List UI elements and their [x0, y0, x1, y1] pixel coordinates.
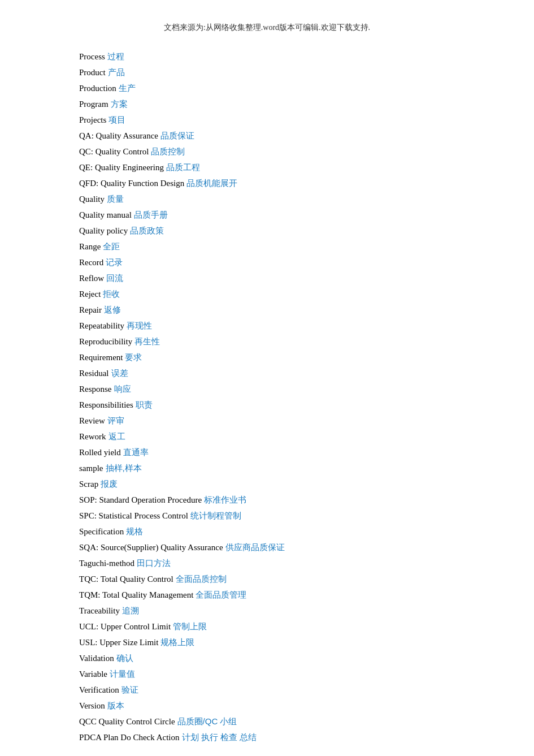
list-item: Reflow回流: [79, 271, 500, 285]
chinese-translation: 职责: [136, 400, 153, 409]
english-term: SPC: Statistical Process Control: [79, 511, 188, 520]
chinese-translation: 品质工程: [166, 162, 200, 172]
list-item: Repair返修: [79, 303, 500, 317]
chinese-translation: 再生性: [134, 336, 160, 346]
english-term: SQA: Source(Supplier) Quality Assurance: [79, 543, 223, 552]
english-term: Taguchi-method: [79, 559, 134, 568]
english-term: Rework: [79, 432, 106, 441]
english-term: Projects: [79, 115, 106, 124]
list-item: Product产品: [79, 66, 500, 79]
english-term: USL: Upper Size Limit: [79, 638, 158, 647]
list-item: Variable计量值: [79, 667, 500, 681]
chinese-translation: 统计制程管制: [190, 511, 241, 520]
chinese-translation: 产品: [108, 67, 125, 77]
chinese-translation: 品质政策: [130, 226, 164, 235]
chinese-translation: 响应: [114, 384, 131, 394]
english-term: Scrap: [79, 479, 98, 489]
english-term: Repeatability: [79, 321, 124, 330]
english-term: Product: [79, 68, 106, 77]
list-item: Validation确认: [79, 651, 500, 665]
list-item: Requirement要求: [79, 351, 500, 364]
list-item: Rework返工: [79, 430, 500, 443]
list-item: Taguchi-method田口方法: [79, 556, 500, 570]
chinese-translation: 品质控制: [151, 146, 185, 156]
english-term: Quality policy: [79, 226, 128, 235]
list-item: QCC Quality Control Circle品质圈/QC 小组: [79, 715, 500, 728]
chinese-translation: 规格: [126, 526, 143, 536]
english-term: sample: [79, 464, 103, 473]
list-item: Projects项目: [79, 113, 500, 127]
english-term: Review: [79, 416, 105, 425]
list-item: UCL: Upper Control Limit管制上限: [79, 620, 500, 633]
list-item: sample抽样,样本: [79, 461, 500, 475]
chinese-translation: 田口方法: [137, 558, 171, 568]
chinese-translation: 记录: [106, 257, 123, 267]
list-item: QC: Quality Control品质控制: [79, 145, 500, 158]
chinese-translation: 版本: [107, 701, 124, 710]
english-term: Version: [79, 701, 105, 710]
list-item: Quality manual品质手册: [79, 208, 500, 222]
chinese-translation: 再现性: [127, 321, 152, 330]
english-term: Response: [79, 385, 112, 394]
english-term: Rolled yield: [79, 448, 121, 457]
chinese-translation: 抽样,样本: [106, 463, 142, 473]
english-term: QFD: Quality Function Design: [79, 179, 184, 188]
list-item: USL: Upper Size Limit规格上限: [79, 636, 500, 649]
english-term: Production: [79, 84, 116, 93]
chinese-translation: 规格上限: [160, 637, 194, 647]
chinese-translation: 要求: [125, 352, 142, 362]
chinese-translation: 确认: [116, 653, 133, 663]
chinese-translation: 计划 执行 检查 总结: [182, 732, 257, 742]
chinese-translation: 品质保证: [160, 131, 194, 140]
list-item: Reject拒收: [79, 287, 500, 301]
list-item: Residual误差: [79, 366, 500, 380]
list-item: Quality质量: [79, 192, 500, 206]
english-term: QCC Quality Control Circle: [79, 717, 175, 726]
english-term: QA: Quality Assurance: [79, 131, 158, 140]
list-item: TQM: Total Quality Management全面品质管理: [79, 588, 500, 602]
list-item: Production生产: [79, 81, 500, 95]
english-term: Variable: [79, 669, 107, 679]
list-item: TQC: Total Quality Control全面品质控制: [79, 572, 500, 586]
chinese-translation: 标准作业书: [204, 495, 246, 504]
chinese-translation: 报废: [101, 479, 118, 489]
chinese-translation: 质量: [107, 194, 124, 204]
list-item: SPC: Statistical Process Control统计制程管制: [79, 509, 500, 522]
chinese-translation: 过程: [107, 51, 124, 61]
list-item: Reproducibility再生性: [79, 335, 500, 348]
english-term: Quality: [79, 195, 105, 204]
list-item: Review评审: [79, 414, 500, 427]
list-item: QE: Quality Engineering品质工程: [79, 161, 500, 174]
list-item: Responsibilities职责: [79, 398, 500, 412]
english-term: QE: Quality Engineering: [79, 163, 164, 172]
english-term: SOP: Standard Operation Procedure: [79, 495, 202, 504]
header-note: 文档来源为:从网络收集整理.word版本可编辑.欢迎下载支持.: [34, 23, 500, 33]
english-term: Program: [79, 100, 108, 109]
chinese-translation: 返修: [104, 305, 121, 314]
list-item: PDCA Plan Do Check Action计划 执行 检查 总结: [79, 731, 500, 744]
list-item: SOP: Standard Operation Procedure标准作业书: [79, 493, 500, 507]
list-item: Repeatability再现性: [79, 319, 500, 332]
chinese-translation: 误差: [111, 368, 128, 378]
english-term: Quality manual: [79, 210, 132, 219]
english-term: Requirement: [79, 353, 123, 362]
english-term: Record: [79, 258, 103, 267]
chinese-translation: 生产: [119, 83, 136, 93]
list-item: Traceability追溯: [79, 604, 500, 617]
chinese-translation: 计量值: [110, 669, 135, 679]
english-term: Verification: [79, 685, 119, 694]
list-item: Process过程: [79, 50, 500, 63]
chinese-translation: 追溯: [122, 606, 139, 615]
english-term: Reflow: [79, 274, 104, 283]
chinese-translation: 管制上限: [173, 621, 207, 631]
list-item: QFD: Quality Function Design品质机能展开: [79, 176, 500, 190]
chinese-translation: 供应商品质保证: [225, 542, 285, 552]
chinese-translation: 返工: [108, 431, 125, 441]
english-term: Residual: [79, 369, 109, 378]
chinese-translation: 拒收: [103, 289, 120, 299]
list-item: Version版本: [79, 699, 500, 712]
chinese-translation: 方案: [111, 99, 128, 109]
list-item: Record记录: [79, 256, 500, 269]
english-term: Specification: [79, 527, 124, 536]
content-area: Process过程Product产品Production生产Program方案P…: [79, 50, 500, 744]
